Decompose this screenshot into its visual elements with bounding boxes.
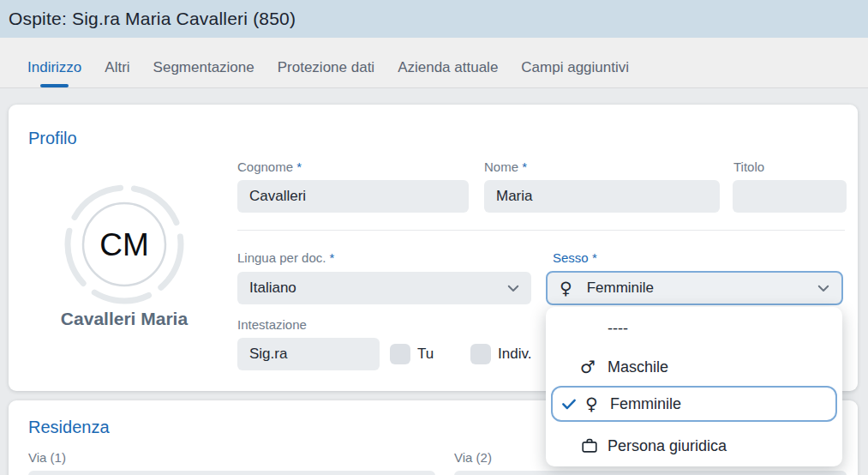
titolo-label: Titolo: [733, 159, 764, 174]
female-icon: ♀: [560, 280, 572, 297]
avatar-display-name: Cavalleri Maria: [9, 309, 240, 329]
tab-campi-aggiuntivi[interactable]: Campi aggiuntivi: [521, 59, 629, 87]
tu-checkbox-label: Tu: [417, 346, 434, 363]
avatar-initials: CM: [99, 227, 149, 262]
nome-input[interactable]: Maria: [484, 180, 720, 213]
required-asterisk: *: [330, 250, 335, 265]
tab-altri[interactable]: Altri: [105, 59, 129, 87]
required-asterisk: *: [522, 159, 527, 174]
sesso-option-femminile[interactable]: ♀ Femminile: [551, 386, 837, 422]
legal-person-icon: [580, 436, 599, 455]
intestazione-label: Intestazione: [237, 317, 307, 332]
form-divider: [237, 230, 845, 231]
titolo-input[interactable]: [733, 180, 847, 213]
tab-azienda-attuale[interactable]: Azienda attuale: [398, 59, 498, 87]
required-asterisk: *: [296, 159, 302, 174]
tab-bar: Indirizzo Altri Segmentazione Protezione…: [0, 38, 868, 88]
indiv-checkbox[interactable]: [470, 344, 491, 364]
residenza-section-title: Residenza: [28, 418, 110, 437]
cognome-input[interactable]: Cavalleri: [237, 180, 469, 213]
profilo-section-title: Profilo: [28, 129, 77, 148]
via2-label: Via (2): [454, 450, 492, 465]
tab-indirizzo[interactable]: Indirizzo: [27, 59, 81, 87]
chevron-down-icon: [506, 280, 521, 296]
tu-checkbox[interactable]: [390, 344, 410, 364]
indiv-checkbox-label: Indiv.: [498, 346, 531, 363]
via1-input[interactable]: [28, 471, 435, 475]
page-header: Ospite: Sig.ra Maria Cavalleri (850): [0, 0, 868, 38]
cognome-label: Cognome *: [237, 159, 302, 174]
sesso-option-none[interactable]: ----: [546, 314, 842, 343]
lingua-label: Lingua per doc. *: [237, 250, 334, 265]
tab-protezione-dati[interactable]: Protezione dati: [278, 59, 374, 87]
via2-input[interactable]: [454, 471, 847, 475]
lingua-select[interactable]: Italiano: [237, 272, 531, 304]
sesso-label: Sesso *: [553, 250, 597, 265]
nome-label: Nome *: [484, 159, 527, 174]
required-asterisk: *: [592, 250, 597, 265]
sesso-dropdown-menu: ---- ♂ Maschile ♀ Femminile Persona giur…: [546, 307, 842, 466]
female-icon: ♀: [585, 395, 598, 412]
guest-profile-window: Ospite: Sig.ra Maria Cavalleri (850) Ind…: [0, 0, 868, 475]
avatar-ring-icon: CM: [51, 171, 197, 317]
tab-segmentazione[interactable]: Segmentazione: [153, 59, 254, 87]
sesso-option-maschile[interactable]: ♂ Maschile: [546, 350, 842, 384]
male-icon: ♂: [580, 358, 596, 376]
check-icon: [560, 395, 578, 412]
sesso-select[interactable]: ♀ Femminile: [546, 271, 843, 305]
intestazione-input[interactable]: Sig.ra: [237, 338, 380, 370]
sesso-option-persona-giuridica[interactable]: Persona giuridica: [546, 429, 842, 463]
chevron-down-icon: [816, 280, 831, 296]
page-title: Ospite: Sig.ra Maria Cavalleri (850): [0, 9, 296, 29]
via1-label: Via (1): [28, 450, 66, 465]
